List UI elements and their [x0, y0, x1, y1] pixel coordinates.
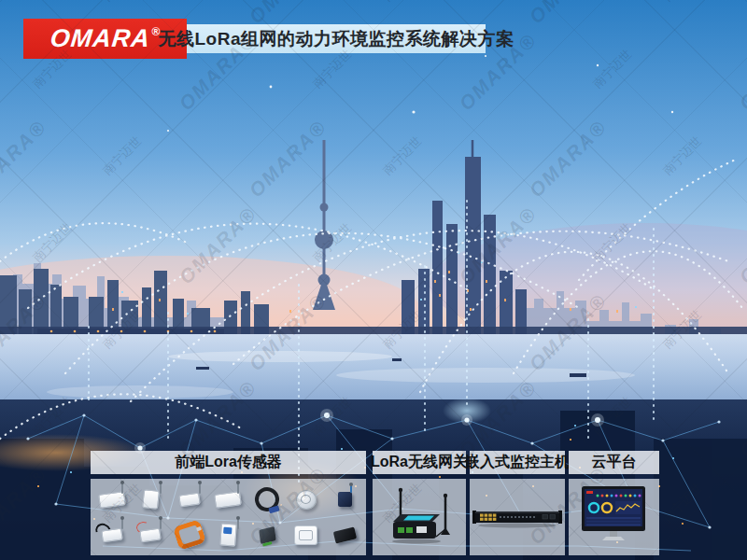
host-panel [470, 479, 565, 555]
io-module-icon [247, 517, 287, 553]
wired-sensor-icon [132, 517, 171, 553]
gateway-panel [373, 479, 466, 555]
section-host: 嵌入式监控主机 [470, 451, 565, 555]
section-header-gateway: LoRa无线网关 [373, 451, 466, 474]
temp-humidity-sensor-icon [92, 482, 132, 517]
section-cloud: 云平台 [569, 451, 659, 555]
lora-gateway-icon [373, 479, 466, 555]
door-magnetic-sensor-icon [132, 482, 171, 517]
section-header-sensors: 前端Lora传感器 [91, 451, 366, 474]
cube-sensor-icon [325, 482, 364, 517]
cloud-dashboard-monitor-icon [569, 479, 659, 555]
section-header-cloud: 云平台 [569, 451, 659, 474]
banner-title-text: 无线LoRa组网的动力环境监控系统解决方案 [159, 27, 514, 51]
sensor-products-panel [91, 479, 366, 555]
wall-controller-icon [287, 517, 326, 553]
small-wireless-sensor-icon [170, 482, 209, 517]
power-box-icon [325, 517, 364, 553]
lcd-wireless-sensor-icon [209, 517, 248, 553]
probe-temperature-sensor-icon [92, 517, 132, 553]
current-clamp-sensor-icon [170, 517, 209, 553]
smoke-detector-icon [287, 482, 326, 517]
section-sensors: 前端Lora传感器 [91, 451, 366, 555]
monitoring-host-icon [470, 479, 565, 555]
brand-logo-text: OMARA [49, 26, 151, 51]
section-header-host: 嵌入式监控主机 [470, 451, 565, 474]
banner-title-strip: 无线LoRa组网的动力环境监控系统解决方案 [187, 24, 486, 53]
poster-canvas: OMARA ® 无线LoRa组网的动力环境监控系统解决方案 前端Lora传感器 … [0, 0, 747, 560]
gas-sensor-icon [209, 482, 248, 517]
section-gateway: LoRa无线网关 [373, 451, 466, 555]
cloud-panel [569, 479, 659, 555]
leak-detection-cable-icon [247, 482, 287, 517]
